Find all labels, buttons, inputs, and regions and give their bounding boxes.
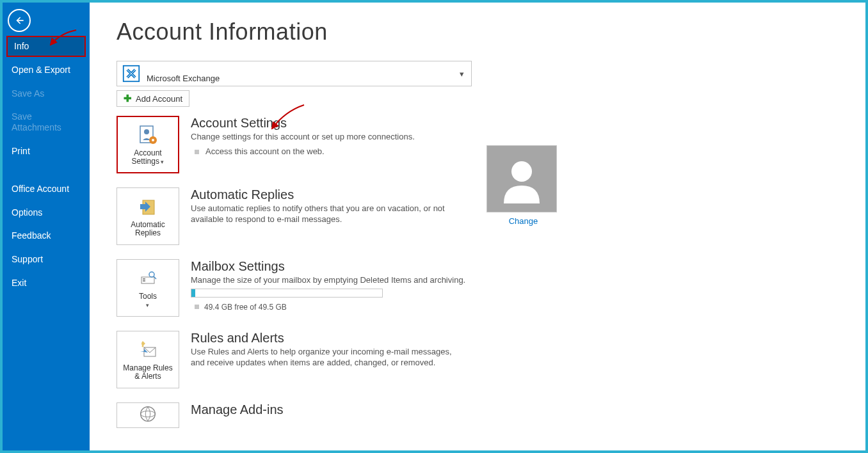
tile-label: Automatic Replies [117, 221, 179, 237]
svg-point-14 [141, 411, 156, 417]
rules-alerts-desc: Use Rules and Alerts to help organize yo… [191, 347, 466, 369]
bullet-icon [195, 150, 199, 154]
svg-rect-8 [143, 278, 145, 280]
tools-tile[interactable]: Tools▾ [117, 259, 179, 317]
svg-point-13 [141, 407, 156, 422]
account-selector[interactable]: Microsoft Exchange ▾ [117, 61, 472, 86]
svg-point-5 [511, 161, 532, 182]
exchange-icon [122, 65, 140, 83]
add-account-label: Add Account [136, 94, 182, 104]
svg-rect-0 [124, 66, 140, 82]
file-menu-sidebar: Info Open & Export Save As Save Attachme… [3, 3, 90, 450]
profile-picture [486, 145, 557, 212]
web-access-link[interactable]: Access this account on the web. [191, 147, 466, 156]
svg-point-12 [142, 345, 144, 347]
svg-point-2 [144, 129, 149, 134]
nav-options[interactable]: Options [3, 201, 90, 225]
rules-alerts-heading: Rules and Alerts [191, 331, 466, 346]
automatic-replies-heading: Automatic Replies [191, 187, 466, 202]
tools-icon [136, 267, 159, 290]
profile-block: Change [486, 145, 560, 226]
chevron-down-icon: ▾ [159, 159, 165, 165]
nav-info[interactable]: Info [6, 36, 86, 57]
mailbox-usage-bar [191, 289, 383, 298]
tile-label: Tools▾ [136, 292, 159, 309]
automatic-replies-icon [136, 195, 159, 218]
manage-addins-tile[interactable] [117, 402, 179, 428]
nav-feedback[interactable]: Feedback [3, 224, 90, 248]
nav-save-attachments: Save Attachments [3, 105, 90, 139]
account-type-label: Microsoft Exchange [147, 74, 460, 86]
svg-rect-9 [143, 280, 145, 282]
change-photo-link[interactable]: Change [486, 216, 560, 226]
svg-point-4 [152, 139, 154, 141]
account-settings-heading: Account Settings [191, 116, 466, 131]
page-title: Account Information [117, 19, 839, 45]
nav-exit[interactable]: Exit [3, 271, 90, 295]
add-account-button[interactable]: ✚ Add Account [117, 90, 189, 107]
tile-label: Manage Rules & Alerts [117, 364, 179, 381]
plus-icon: ✚ [124, 93, 132, 104]
back-arrow-icon [13, 14, 26, 27]
nav-save-as: Save As [3, 82, 90, 106]
mailbox-settings-desc: Manage the size of your mailbox by empty… [191, 275, 466, 286]
dropdown-caret-icon: ▾ [460, 69, 466, 79]
manage-addins-heading: Manage Add-ins [191, 402, 466, 417]
mailbox-settings-heading: Mailbox Settings [191, 259, 466, 274]
chevron-down-icon: ▾ [146, 302, 149, 308]
account-settings-desc: Change settings for this account or set … [191, 132, 466, 143]
tile-label: Account Settings ▾ [118, 149, 178, 166]
nav-separator [3, 163, 90, 177]
nav-office-account[interactable]: Office Account [3, 177, 90, 201]
bullet-icon [195, 305, 199, 309]
manage-rules-alerts-tile[interactable]: Manage Rules & Alerts [117, 331, 179, 388]
storage-text: 49.4 GB free of 49.5 GB [191, 303, 466, 312]
nav-open-export[interactable]: Open & Export [3, 58, 90, 82]
nav-support[interactable]: Support [3, 248, 90, 271]
nav-print[interactable]: Print [3, 139, 90, 163]
avatar-placeholder-icon [496, 154, 547, 205]
account-settings-icon [136, 123, 159, 147]
account-settings-tile[interactable]: Account Settings ▾ [117, 116, 179, 173]
automatic-replies-desc: Use automatic replies to notify others t… [191, 203, 466, 225]
svg-point-10 [149, 272, 154, 277]
automatic-replies-tile[interactable]: Automatic Replies [117, 187, 179, 245]
addins-icon [136, 403, 159, 425]
back-button[interactable] [8, 9, 31, 32]
rules-alerts-icon [136, 338, 159, 362]
main-panel: Account Information Microsoft Exchange ▾… [90, 3, 865, 450]
